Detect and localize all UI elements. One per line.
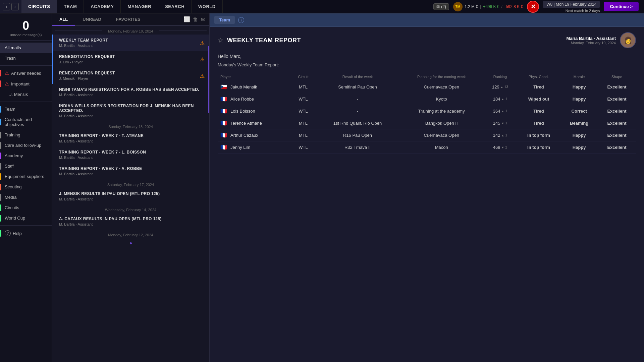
player-shape-4: Excellent xyxy=(598,129,636,141)
col-ranking: Ranking xyxy=(483,73,517,81)
nav-circuits[interactable]: CIRCUITS xyxy=(21,0,57,13)
week-date-info: W8 | Mon 19 February 2024 xyxy=(543,1,600,8)
sidebar-item-j-mensik[interactable]: J. Mensik xyxy=(0,89,52,100)
tab-unread[interactable]: UNREAD xyxy=(75,13,109,26)
scroll-indicator xyxy=(208,46,209,113)
divider2: / xyxy=(501,4,502,9)
sidebar-item-help[interactable]: ? Help xyxy=(0,228,52,239)
close-button[interactable]: ✕ xyxy=(527,1,539,13)
trash-label: Trash xyxy=(5,56,16,61)
player-cell-0: 🇨🇿 Jakub Mensik xyxy=(218,81,291,93)
rank-num-0: 129 xyxy=(492,84,499,89)
sidebar-item-worldcup[interactable]: World Cup xyxy=(0,213,52,223)
nav-team[interactable]: TEAM xyxy=(57,0,84,13)
delete-icon[interactable]: 🗑 xyxy=(193,16,198,22)
mail-action-icon[interactable]: ✉ xyxy=(201,16,205,22)
star-icon[interactable]: ☆ xyxy=(218,36,224,44)
sidebar-item-scouting[interactable]: Scouting xyxy=(0,182,52,192)
date-sep-feb18: Sunday, February 18, 2024 xyxy=(52,121,209,130)
team-dot xyxy=(0,106,1,113)
player-morale-2: Correct xyxy=(560,105,598,117)
rank-num-2: 364 xyxy=(493,109,500,114)
table-row: 🇫🇷 Jenny Lim WTL R32 Trnava II Macon 468… xyxy=(218,141,636,154)
mail-sender-2: J. Mensik - Player xyxy=(59,76,205,80)
sidebar-divider2 xyxy=(0,65,52,66)
back-arrow[interactable]: ‹ xyxy=(3,3,10,10)
player-shape-5: Excellent xyxy=(598,141,636,154)
sender-details: Maria Bartila - Assistant Monday, Februa… xyxy=(566,36,616,45)
rank-change-0: 13 xyxy=(504,85,508,89)
mail-item-3[interactable]: NISHI TAMA'S REGISTRATION FOR A. ROBBE H… xyxy=(52,84,209,100)
email-title: WEEKLY TEAM REPORT xyxy=(227,37,301,44)
mail-subject-7: TRAINING REPORT - WEEK 7 - A. ROBBE xyxy=(59,166,205,171)
mail-item-2[interactable]: RENEGOTIATION REQUEST J. Mensik - Player… xyxy=(52,67,209,84)
report-table: Player Circuit Result of the week Planni… xyxy=(218,73,636,154)
mail-alert-1: ⚠ xyxy=(200,56,205,62)
tab-actions: ⬜ 🗑 ✉ xyxy=(183,13,209,25)
sidebar-item-circuits[interactable]: Circuits xyxy=(0,202,52,213)
player-planning-4: Cuernavaca Open xyxy=(399,129,483,141)
player-planning-0: Cuernavaca Open xyxy=(399,81,483,93)
sender-info: Maria Bartila - Assistant Monday, Februa… xyxy=(566,32,636,48)
player-morale-1: Happy xyxy=(560,93,598,105)
mail-icon: ✉ xyxy=(436,4,440,9)
middle-panel: ALL UNREAD FAVORITES ⬜ 🗑 ✉ Monday, Febru… xyxy=(52,13,210,362)
all-mails-label: All mails xyxy=(5,45,21,50)
sidebar-item-all-mails[interactable]: All mails xyxy=(0,43,52,53)
mail-item-0[interactable]: WEEKLY TEAM REPORT M. Bartila - Assistan… xyxy=(52,35,209,51)
answer-label: Answer needed xyxy=(11,71,41,76)
player-shape-3: Excellent xyxy=(598,117,636,129)
nav-search[interactable]: SEARCH xyxy=(158,0,192,13)
player-cell-4: 🇫🇷 Arthur Cazaux xyxy=(218,129,291,141)
mail-badge[interactable]: ✉ (2) xyxy=(433,3,449,10)
player-circuit-4: MTL xyxy=(291,129,316,141)
sidebar-item-media[interactable]: Media xyxy=(0,192,52,202)
sidebar-item-answer-needed[interactable]: ⚠ Answer needed xyxy=(0,68,52,78)
sidebar-item-academy[interactable]: Academy xyxy=(0,150,52,161)
care-dot xyxy=(0,142,1,149)
mail-item-7[interactable]: TRAINING REPORT - WEEK 7 - A. ROBBE M. B… xyxy=(52,163,209,179)
mail-item-8[interactable]: J. MENSIK RESULTS IN PAU OPEN (MTL PRO 1… xyxy=(52,188,209,204)
mail-subject-0: WEEKLY TEAM REPORT xyxy=(59,38,205,43)
sidebar-item-contracts[interactable]: Contracts and objectives xyxy=(0,114,52,130)
player-result-3: 1st Rnd Qualif. Rio Open xyxy=(316,117,399,129)
sidebar-item-team[interactable]: Team xyxy=(0,104,52,114)
tab-favorites[interactable]: FAVORITES xyxy=(109,13,148,26)
rank-arrow-0: ▲ xyxy=(500,85,503,89)
archive-icon[interactable]: ⬜ xyxy=(183,16,190,22)
player-circuit-0: MTL xyxy=(291,81,316,93)
nav-world[interactable]: WORLD xyxy=(192,0,223,13)
table-row: 🇫🇷 Terence Atmane MTL 1st Rnd Qualif. Ri… xyxy=(218,117,636,129)
nav-manager[interactable]: MANAGER xyxy=(121,0,158,13)
rank-change-2: 1 xyxy=(505,109,507,113)
sidebar-item-equipment[interactable]: Equipment suppliers xyxy=(0,171,52,182)
player-planning-1: Kyoto xyxy=(399,93,483,105)
sidebar-item-trash[interactable]: Trash xyxy=(0,53,52,63)
info-icon[interactable]: i xyxy=(238,17,244,23)
important-dot xyxy=(0,80,1,87)
player-ranking-3: 145 ▼ 1 xyxy=(483,117,517,129)
sidebar-item-care[interactable]: Care and follow-up xyxy=(0,140,52,150)
table-row: 🇫🇷 Arthur Cazaux MTL R16 Pau Open Cuerna… xyxy=(218,129,636,141)
player-name-2: Lois Boisson xyxy=(230,109,255,114)
nav-academy[interactable]: ACADEMY xyxy=(84,0,121,13)
mail-subject-8: J. MENSIK RESULTS IN PAU OPEN (MTL PRO 1… xyxy=(59,191,205,196)
rank-num-3: 145 xyxy=(493,121,500,126)
col-circuit: Circuit xyxy=(291,73,316,81)
mail-item-9[interactable]: A. CAZAUX RESULTS IN PAU OPEN (MTL PRO 1… xyxy=(52,213,209,230)
mail-item-6[interactable]: TRAINING REPORT - WEEK 7 - L. BOISSON M.… xyxy=(52,146,209,163)
rank-arrow-2: ▲ xyxy=(501,110,504,113)
sidebar-item-training[interactable]: Training xyxy=(0,130,52,140)
mail-item-4[interactable]: INDIAN WELLS OPEN'S REGISTRATION FOR J. … xyxy=(52,100,209,121)
sidebar-item-staff[interactable]: Staff xyxy=(0,161,52,171)
mail-item-5[interactable]: TRAINING REPORT - WEEK 7 - T. ATMANE M. … xyxy=(52,130,209,146)
sidebar-item-important[interactable]: ⚠ Important xyxy=(0,78,52,89)
email-tab-label: Team xyxy=(214,16,235,24)
mail-sender-6: M. Bartila - Assistant xyxy=(59,156,205,160)
continue-button[interactable]: Continue > xyxy=(604,2,639,11)
media-dot xyxy=(0,194,1,201)
mail-item-1[interactable]: RENEGOTIATION REQUEST J. Lim - Player ⚠ xyxy=(52,51,209,67)
rank-arrow-5: ▼ xyxy=(501,146,504,149)
tab-all[interactable]: ALL xyxy=(52,13,75,26)
forward-arrow[interactable]: › xyxy=(11,3,19,10)
